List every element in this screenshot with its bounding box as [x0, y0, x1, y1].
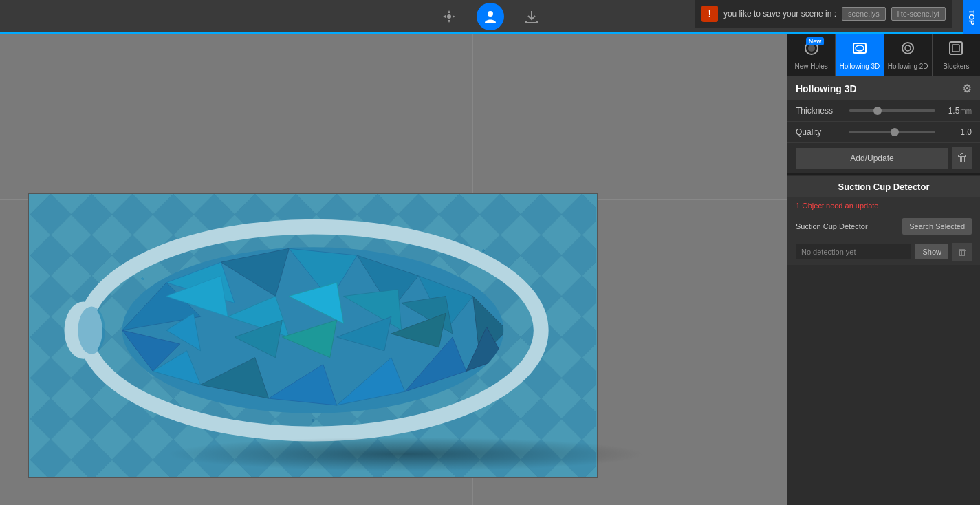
- quality-row: Quality 1.0: [787, 122, 980, 143]
- blockers-icon: [948, 40, 964, 60]
- thickness-value: 1.5mm: [941, 106, 972, 116]
- hollowing3d-icon: [851, 40, 868, 60]
- right-panel: New New Holes Hollowing 3D: [787, 34, 980, 505]
- thickness-thumb: [873, 107, 882, 115]
- tab-holes-label: New Holes: [794, 63, 827, 70]
- quality-value: 1.0: [941, 127, 972, 137]
- thickness-label: Thickness: [796, 106, 844, 116]
- quality-slider[interactable]: [849, 131, 935, 133]
- move-tool-button[interactable]: [435, 3, 463, 30]
- detector-trash-icon: 🗑: [957, 246, 967, 257]
- thickness-slider[interactable]: [849, 109, 935, 112]
- panel-title-bar: Hollowing 3D ⚙: [787, 76, 980, 100]
- person-tool-button[interactable]: [477, 3, 504, 30]
- tab-blockers-label: Blockers: [943, 63, 969, 70]
- detector-trash-button[interactable]: 🗑: [952, 243, 972, 261]
- panel-tab-row: New New Holes Hollowing 3D: [787, 34, 980, 76]
- detector-label: Suction Cup Detector: [796, 222, 898, 230]
- scene-box: [28, 193, 598, 478]
- tab-blockers[interactable]: Blockers: [933, 34, 980, 76]
- 3d-viewport: [0, 34, 787, 505]
- panel-divider: [787, 173, 980, 175]
- show-button[interactable]: Show: [915, 244, 948, 259]
- quality-fill: [849, 131, 893, 133]
- delete-button[interactable]: 🗑: [952, 147, 972, 169]
- tab-hollowing-2d[interactable]: Hollowing 2D: [884, 34, 933, 76]
- svg-point-34: [808, 45, 815, 52]
- detector-controls-row: Suction Cup Detector Search Selected: [787, 214, 980, 239]
- add-update-button[interactable]: Add/Update: [796, 148, 948, 169]
- no-detection-text: No detection yet: [796, 244, 911, 259]
- thickness-row: Thickness 1.5mm: [787, 100, 980, 122]
- add-update-row: Add/Update 🗑: [787, 143, 980, 173]
- quality-thumb: [891, 128, 899, 136]
- scene-container: [28, 193, 605, 482]
- object-shadow: [165, 437, 646, 471]
- detector-section: Suction Cup Detector 1 Object need an up…: [787, 176, 980, 265]
- new-badge: New: [806, 37, 825, 45]
- no-detection-row: No detection yet Show 🗑: [787, 239, 980, 265]
- svg-point-38: [905, 45, 911, 51]
- panel-title: Hollowing 3D: [796, 83, 857, 94]
- detector-warning: 1 Object need an update: [787, 197, 980, 214]
- detector-title: Suction Cup Detector: [838, 182, 930, 192]
- svg-point-36: [856, 45, 864, 51]
- tab-hollowing-3d[interactable]: Hollowing 3D: [836, 34, 884, 76]
- top-view-button[interactable]: TOP: [963, 0, 980, 34]
- download-tool-button[interactable]: [518, 3, 545, 30]
- save-lite-lyt-button[interactable]: lite-scene.lyt: [891, 7, 946, 21]
- save-prompt-text: you like to save your scene in :: [723, 9, 836, 19]
- svg-rect-40: [952, 45, 959, 52]
- svg-point-0: [447, 14, 451, 19]
- svg-point-32: [78, 306, 105, 354]
- tab-new-holes[interactable]: New New Holes: [787, 34, 836, 76]
- detector-title-bar: Suction Cup Detector: [787, 176, 980, 197]
- settings-icon[interactable]: ⚙: [962, 82, 972, 95]
- svg-rect-39: [950, 42, 962, 54]
- delete-icon: 🗑: [957, 152, 968, 164]
- mesh-overlay: [29, 194, 597, 477]
- svg-point-1: [488, 11, 493, 17]
- save-notification-bar: ! you like to save your scene in : scene…: [695, 0, 952, 28]
- search-selected-button[interactable]: Search Selected: [902, 218, 972, 235]
- tab-hollowing2d-label: Hollowing 2D: [888, 63, 928, 70]
- tab-hollowing3d-label: Hollowing 3D: [839, 63, 880, 70]
- hollowing2d-icon: [900, 40, 916, 60]
- thickness-fill: [849, 109, 875, 112]
- warning-icon: !: [701, 6, 718, 22]
- quality-label: Quality: [796, 127, 844, 137]
- svg-point-37: [902, 43, 913, 54]
- save-scene-lys-button[interactable]: scene.lys: [842, 7, 886, 21]
